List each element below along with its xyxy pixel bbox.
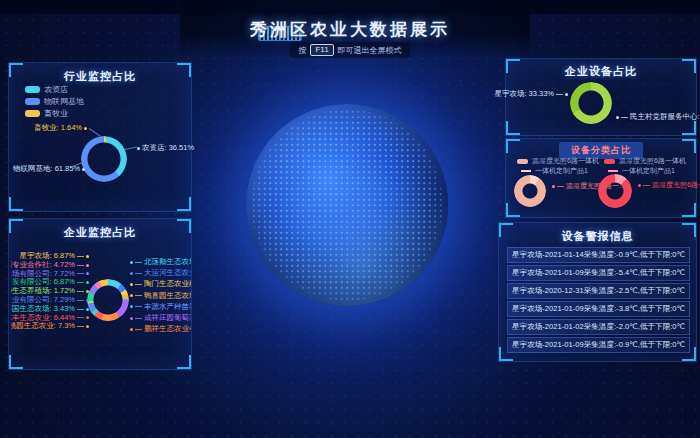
page-title: 秀洲区农业大数据展示 [0, 18, 700, 41]
legend-label: 温湿度光照6路一体机 [619, 156, 686, 166]
callout-line [77, 309, 84, 310]
callout-text: 大运河生态农业有限责任公 [144, 269, 191, 277]
legend-label: 温湿度光照6路一体机 [532, 156, 599, 166]
fullscreen-hint: 按 F11 即可退出全屏模式 [0, 42, 700, 58]
callout-dot [86, 281, 89, 284]
callout-line [135, 262, 142, 263]
enterprise-left-labels: 星宇农场: 6.87% 秀绿葡萄专业合作社: 4.72% 家庭农场有限公司: 7… [11, 252, 89, 331]
callout-line [125, 147, 137, 150]
hint-suffix: 即可退出全屏模式 [338, 45, 402, 56]
callout-line [621, 117, 628, 118]
callout-dot [86, 255, 89, 258]
callout-text: 中禾农业有限公司: 7.29% [11, 296, 75, 305]
equipment-donut-chart[interactable] [570, 82, 612, 124]
legend-item[interactable]: 物联网基地 [25, 96, 84, 107]
callout-text: 畜牧业: 1.64% [34, 123, 82, 133]
panel-title: 企业设备占比 [506, 64, 696, 79]
legend-swatch [517, 159, 528, 164]
legend-label: 农资店 [44, 84, 68, 95]
callout-label: 国开发有限公司: 6.87% [11, 278, 89, 287]
callout-label: 李国生态农场: 3.43% [11, 305, 89, 314]
callout-text: 秀绿葡萄专业合作社: 4.72% [11, 261, 75, 270]
alarm-row[interactable]: 星宇农场-2021-01-14采集温度:-0.9℃,低于下限:0℃ [507, 247, 690, 263]
callout-line [135, 284, 142, 285]
hint-prefix: 按 [298, 45, 306, 56]
callout-label: 成祥庄园葡萄基地: 15.02% [130, 314, 191, 322]
callout-text: 丰源水产种苗养殖场: 1. [144, 303, 191, 311]
callout-dot [84, 127, 87, 130]
legend-swatch [25, 98, 40, 105]
callout-line [77, 291, 84, 292]
callout-dot [130, 261, 133, 264]
panel-enterprise-monitoring: 企业监控占比 星宇农场: 6.87% 秀绿葡萄专业合作社: 4.72% 家庭农场… [8, 218, 192, 370]
callout-text: 家庭农场有限公司: 7.72% [11, 270, 75, 279]
callout-dot [86, 308, 89, 311]
callout-dot [130, 294, 133, 297]
callout-dot [86, 325, 89, 328]
callout-text: 李国生态农场: 3.43% [11, 305, 75, 314]
callout-label: 中禾农业有限公司: 7.29% [11, 296, 89, 305]
callout-label: 上华生态养殖场: 1.72% [11, 287, 89, 296]
callout-line [135, 329, 142, 330]
callout-line [77, 273, 84, 274]
panel-title: 设备警报信息 [499, 229, 696, 244]
legend-item[interactable]: 农资店 [25, 84, 68, 95]
callout-label: 秀绿葡萄专业合作社: 4.72% [11, 261, 89, 270]
globe-glow [246, 104, 448, 306]
callout-dot [638, 184, 641, 187]
callout-line [77, 265, 84, 266]
callout-dot [86, 299, 89, 302]
callout-label: 温湿度光照6路一… [638, 180, 700, 190]
industry-donut-chart[interactable] [81, 136, 127, 182]
callout-dot [565, 93, 568, 96]
alarm-row[interactable]: 星宇农场-2021-01-09采集温度:-3.8℃,低于下限:0℃ [507, 301, 690, 317]
callout-text: 上华生态养殖场: 1.72% [11, 287, 75, 296]
panel-industry-monitoring: 行业监控占比 农资店 物联网基地 畜牧业 畜牧业: 1.64% 农资店: 36.… [8, 62, 192, 212]
callout-line [135, 273, 142, 274]
callout-text: 星宇农场: 33.33% [494, 89, 554, 99]
callout-text: 温湿度光照6路一… [652, 180, 700, 190]
device-category-left-donut[interactable] [514, 175, 546, 207]
legend-item[interactable]: 温湿度光照6路一体机 [604, 156, 686, 166]
panel-title: 企业监控占比 [9, 225, 191, 240]
legend-swatch [604, 159, 615, 164]
callout-dot [130, 328, 133, 331]
callout-dot [137, 147, 140, 150]
legend-label: 物联网基地 [44, 96, 84, 107]
callout-dot [130, 272, 133, 275]
callout-text: 北荡鹅生态农场: 11.16% [144, 258, 191, 266]
callout-text: 鹏祥生态农业有限公司: 6.87% [144, 325, 191, 333]
enterprise-donut-chart[interactable] [87, 279, 129, 321]
legend-swatch [608, 170, 618, 172]
callout-dot [82, 168, 85, 171]
device-category-right-donut[interactable] [598, 174, 632, 208]
legend-item[interactable]: 畜牧业 [25, 108, 68, 119]
legend-swatch [521, 170, 531, 172]
callout-dot [130, 305, 133, 308]
callout-dot [86, 272, 89, 275]
callout-label: 北荡鹅生态农场: 11.16% [130, 258, 191, 266]
fullscreen-hint-box: 按 F11 即可退出全屏模式 [290, 42, 409, 58]
callout-text: 国开发有限公司: 6.87% [11, 278, 75, 287]
alarm-row[interactable]: 星宇农场-2020-12-31采集温度:-2.5℃,低于下限:0℃ [507, 283, 690, 299]
panel-title: 行业监控占比 [9, 69, 191, 84]
callout-label: 大运河生态农业有限责任公 [130, 269, 191, 277]
legend-label: 一体机定制产品1 [622, 166, 675, 176]
callout-label: 家庭农场有限公司: 7.72% [11, 270, 89, 279]
legend-item[interactable]: 温湿度光照6路一体机 [517, 156, 599, 166]
alarm-row[interactable]: 星宇农场-2021-01-09采集温度:-5.4℃,低于下限:0℃ [507, 265, 690, 281]
callout-text: 农资店: 36.51% [142, 143, 194, 153]
callout-label: 鸭喜园生态农场: 4.29 [130, 292, 191, 300]
callout-dot [86, 316, 89, 319]
callout-label: 农资店: 36.51% [137, 143, 194, 153]
callout-label: 丰源水产种苗养殖场: 1. [130, 303, 191, 311]
alarm-row[interactable]: 星宇农场-2021-01-02采集温度:-2.0℃,低于下限:0℃ [507, 319, 690, 335]
callout-line [135, 306, 142, 307]
callout-dot [616, 116, 619, 119]
callout-text: 红桃园生态农业: 7.3% [11, 322, 75, 331]
callout-dot [86, 290, 89, 293]
callout-line [135, 295, 142, 296]
globe-visualization[interactable] [246, 104, 448, 306]
callout-line [77, 326, 84, 327]
alarm-row[interactable]: 星宇农场-2021-01-09采集温度:-0.9℃,低于下限:0℃ [507, 337, 690, 353]
